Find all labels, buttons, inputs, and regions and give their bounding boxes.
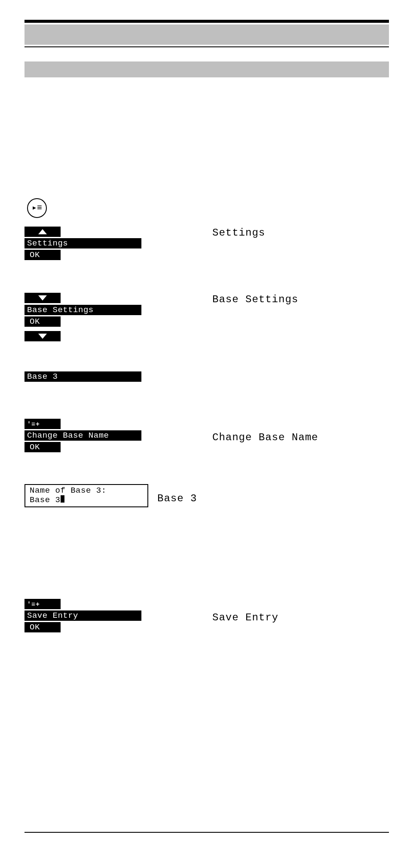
base-settings-caption: Base Settings [212, 294, 298, 306]
arrow-down-icon-1 [38, 295, 47, 301]
header-grey-bar [24, 25, 389, 45]
settings-caption: Settings [212, 227, 265, 239]
section-grey-bar [24, 61, 389, 77]
ok-button-1-label: OK [30, 250, 40, 260]
base-name-input-label: Name of Base 3: [30, 486, 145, 495]
footer-rule [24, 832, 389, 833]
arrow-up-icon [38, 229, 47, 234]
arrow-up-button[interactable] [24, 227, 61, 237]
change-base-name-button[interactable]: Change Base Name [24, 430, 141, 441]
base-name-input[interactable]: Name of Base 3: Base 3 [24, 484, 148, 507]
settings-button-label: Settings [27, 239, 68, 248]
settings-button[interactable]: Settings [24, 238, 141, 248]
ok-button-4-label: OK [30, 623, 40, 632]
header-thin-rule [24, 46, 389, 47]
ok-button-4[interactable]: OK [24, 622, 61, 632]
base-name-input-value: Base 3 [30, 495, 60, 505]
base-settings-button[interactable]: Base Settings [24, 305, 141, 315]
base-3-caption: Base 3 [157, 493, 197, 505]
base-settings-button-label: Base Settings [27, 305, 94, 315]
change-base-name-caption: Change Base Name [212, 432, 318, 444]
menu-plus-button-2[interactable]: '≡+ [24, 599, 61, 609]
arrow-down-icon-2 [38, 334, 47, 339]
menu-icon-glyph: ▸≡ [32, 204, 42, 212]
change-base-name-button-label: Change Base Name [27, 431, 109, 440]
menu-plus-button-1[interactable]: '≡+ [24, 419, 61, 429]
arrow-down-button-2[interactable] [24, 331, 61, 341]
menu-plus-icon-2: '≡+ [27, 601, 40, 608]
base-3-button[interactable]: Base 3 [24, 371, 141, 382]
menu-plus-icon-1: '≡+ [27, 421, 40, 428]
save-entry-caption: Save Entry [212, 612, 278, 624]
save-entry-button[interactable]: Save Entry [24, 610, 141, 621]
menu-icon[interactable]: ▸≡ [27, 198, 47, 218]
ok-button-1[interactable]: OK [24, 250, 61, 260]
ok-button-3-label: OK [30, 442, 40, 452]
manual-page: ▸≡ Settings Settings OK Base Settings Ba… [0, 0, 410, 868]
ok-button-2-label: OK [30, 317, 40, 326]
ok-button-2[interactable]: OK [24, 316, 61, 327]
base-3-button-label: Base 3 [27, 372, 58, 381]
save-entry-button-label: Save Entry [27, 611, 78, 620]
arrow-down-button-1[interactable] [24, 293, 61, 303]
base-name-input-value-row: Base 3 [30, 495, 145, 505]
text-caret-icon [61, 495, 64, 503]
ok-button-3[interactable]: OK [24, 442, 61, 452]
top-thick-rule [24, 20, 389, 23]
